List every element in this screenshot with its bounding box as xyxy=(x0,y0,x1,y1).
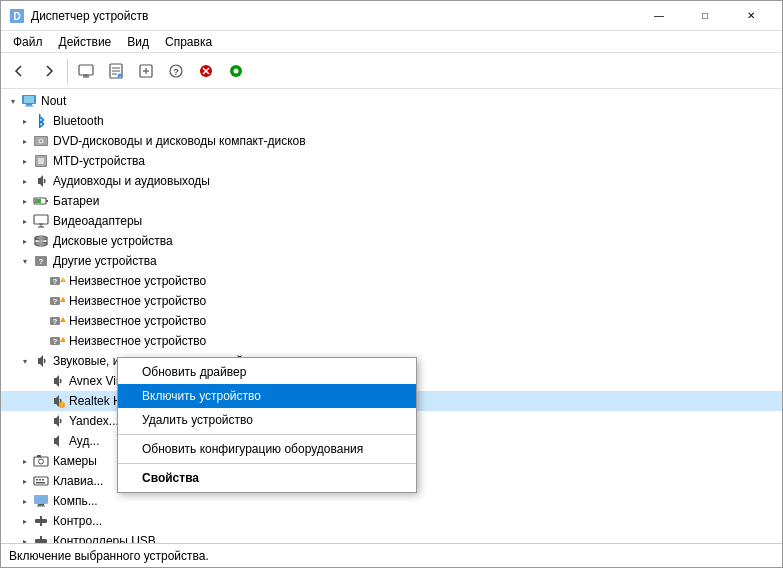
menu-file[interactable]: Файл xyxy=(5,33,51,51)
bluetooth-icon xyxy=(33,113,49,129)
video-label: Видеоадаптеры xyxy=(53,214,142,228)
tree-item-batteries[interactable]: ▸ Батареи xyxy=(1,191,782,211)
dvd-expander[interactable]: ▸ xyxy=(17,131,33,151)
other-expander[interactable]: ▾ xyxy=(17,251,33,271)
cameras-expander[interactable]: ▸ xyxy=(17,451,33,471)
ctx-remove-device[interactable]: Удалить устройство xyxy=(118,408,416,432)
menu-help[interactable]: Справка xyxy=(157,33,220,51)
back-button[interactable] xyxy=(5,57,33,85)
bluetooth-expander[interactable]: ▸ xyxy=(17,111,33,131)
tree-item-unknown4[interactable]: ▸ ? Неизвестное устройство xyxy=(1,331,782,351)
enable-button[interactable] xyxy=(222,57,250,85)
svg-rect-26 xyxy=(39,114,41,128)
tree-item-unknown2[interactable]: ▸ ? Неизвестное устройство xyxy=(1,291,782,311)
ctx-sep1 xyxy=(118,434,416,435)
dvd-icon xyxy=(33,133,49,149)
svg-marker-58 xyxy=(60,337,65,342)
minimize-button[interactable]: — xyxy=(636,1,682,31)
tree-item-video[interactable]: ▸ Видеоадаптеры xyxy=(1,211,782,231)
ctx-properties[interactable]: Свойства xyxy=(118,466,416,490)
root-expander[interactable]: ▾ xyxy=(5,91,21,111)
status-text: Включение выбранного устройства. xyxy=(9,549,209,563)
svg-rect-36 xyxy=(46,200,48,202)
sound-icon xyxy=(33,353,49,369)
usb-icon xyxy=(33,533,49,543)
tree-root[interactable]: ▾ Nout xyxy=(1,91,782,111)
svg-text:D: D xyxy=(13,11,20,22)
computer-button[interactable] xyxy=(72,57,100,85)
mtd-expander[interactable]: ▸ xyxy=(17,151,33,171)
svg-text:?: ? xyxy=(53,317,58,326)
dvd-label: DVD-дисководы и дисководы компакт-дисков xyxy=(53,134,306,148)
svg-point-62 xyxy=(39,459,44,464)
help-button[interactable]: ? xyxy=(162,57,190,85)
menu-view[interactable]: Вид xyxy=(119,33,157,51)
properties-button[interactable]: i xyxy=(102,57,130,85)
sound-expander[interactable]: ▾ xyxy=(17,351,33,371)
maximize-button[interactable]: □ xyxy=(682,1,728,31)
svg-rect-2 xyxy=(79,65,93,75)
menu-action[interactable]: Действие xyxy=(51,33,120,51)
disks-label: Дисковые устройства xyxy=(53,234,173,248)
svg-rect-68 xyxy=(36,482,45,484)
svg-rect-64 xyxy=(34,477,48,485)
unknown1-label: Неизвестное устройство xyxy=(69,274,206,288)
svg-marker-52 xyxy=(60,297,65,302)
tree-item-other[interactable]: ▾ ? Другие устройства xyxy=(1,251,782,271)
comp-expander[interactable]: ▸ xyxy=(17,491,33,511)
svg-rect-67 xyxy=(42,479,44,481)
svg-rect-23 xyxy=(24,96,34,103)
audio-expander[interactable]: ▸ xyxy=(17,171,33,191)
ctx-update-driver[interactable]: Обновить драйвер xyxy=(118,360,416,384)
tree-item-dvd[interactable]: ▸ DVD-дисководы и дисководы компакт-диск… xyxy=(1,131,782,151)
svg-text:?: ? xyxy=(39,257,44,266)
tree-item-mtd[interactable]: ▸ MTD-устройства xyxy=(1,151,782,171)
forward-button[interactable] xyxy=(35,57,63,85)
close-button[interactable]: ✕ xyxy=(728,1,774,31)
batteries-expander[interactable]: ▸ xyxy=(17,191,33,211)
display-icon xyxy=(33,213,49,229)
ctrl1-icon xyxy=(33,513,49,529)
audio2-label: Ауд... xyxy=(69,434,99,448)
ctrl1-label: Контро... xyxy=(53,514,102,528)
audio-label: Аудиовходы и аудиовыходы xyxy=(53,174,210,188)
ctx-refresh-config[interactable]: Обновить конфигурацию оборудования xyxy=(118,437,416,461)
toolbar: i ? xyxy=(1,53,782,89)
svg-text:?: ? xyxy=(53,337,58,346)
tree-item-comp[interactable]: ▸ Компь... xyxy=(1,491,782,511)
usb-label: Контроллеры USB xyxy=(53,534,156,543)
tree-item-disks[interactable]: ▸ Дисковые устройства xyxy=(1,231,782,251)
ctx-enable-device[interactable]: Включить устройство xyxy=(118,384,416,408)
svg-rect-69 xyxy=(34,495,48,504)
disks-expander[interactable]: ▸ xyxy=(17,231,33,251)
video-expander[interactable]: ▸ xyxy=(17,211,33,231)
svg-rect-71 xyxy=(37,506,45,507)
tree-item-ctrl1[interactable]: ▸ Контро... xyxy=(1,511,782,531)
tree-item-bluetooth[interactable]: ▸ Bluetooth xyxy=(1,111,782,131)
mtd-icon xyxy=(33,153,49,169)
toolbar-sep1 xyxy=(67,59,68,83)
keyboard-label: Клавиа... xyxy=(53,474,103,488)
comp-label: Компь... xyxy=(53,494,98,508)
keyboard-expander[interactable]: ▸ xyxy=(17,471,33,491)
svg-text:?: ? xyxy=(53,277,58,286)
tree-item-usb[interactable]: ▸ Контроллеры USB xyxy=(1,531,782,543)
tree-item-unknown1[interactable]: ▸ ? ! Неизвестное устройство xyxy=(1,271,782,291)
uninstall-button[interactable] xyxy=(192,57,220,85)
ctx-sep2 xyxy=(118,463,416,464)
scan-button[interactable] xyxy=(132,57,160,85)
usb-expander[interactable]: ▸ xyxy=(17,531,33,543)
ctrl1-expander[interactable]: ▸ xyxy=(17,511,33,531)
keyboard-icon xyxy=(33,473,49,489)
svg-rect-61 xyxy=(34,457,48,466)
svg-text:i: i xyxy=(119,74,120,79)
svg-rect-35 xyxy=(35,199,41,203)
svg-rect-66 xyxy=(39,479,41,481)
title-bar: D Диспетчер устройств — □ ✕ xyxy=(1,1,782,31)
tree-item-unknown3[interactable]: ▸ ? Неизвестное устройство xyxy=(1,311,782,331)
yandex-label: Yandex... xyxy=(69,414,119,428)
svg-rect-65 xyxy=(36,479,38,481)
svg-rect-72 xyxy=(35,519,47,523)
other-icon: ? xyxy=(33,253,49,269)
tree-item-audio[interactable]: ▸ Аудиовходы и аудиовыходы xyxy=(1,171,782,191)
